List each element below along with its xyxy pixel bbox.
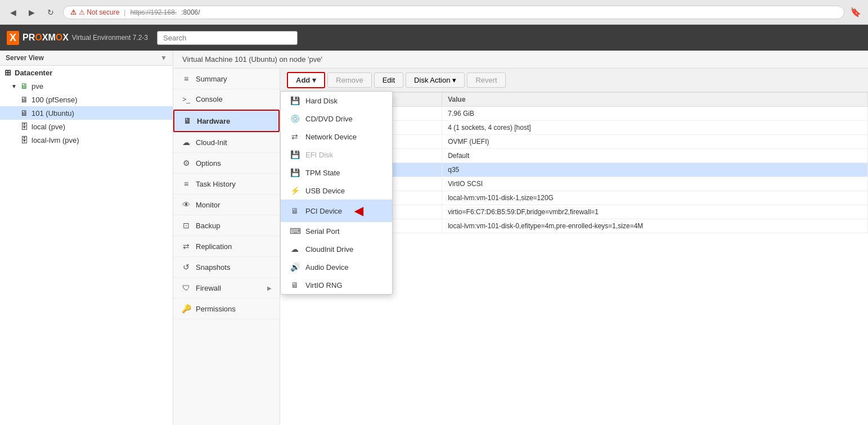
value-cell: 4 (1 sockets, 4 cores) [host] — [442, 121, 868, 135]
value-cell: VirtIO SCSI — [442, 177, 868, 191]
tab-snapshots-label: Snapshots — [196, 263, 230, 272]
back-button[interactable]: ◀ — [7, 6, 20, 19]
tab-backup[interactable]: ⊡ Backup — [173, 215, 280, 236]
firewall-icon: 🛡 — [181, 283, 191, 292]
dropdown-usb-device[interactable]: ⚡ USB Device — [281, 182, 392, 200]
tab-snapshots[interactable]: ↺ Snapshots — [173, 257, 280, 278]
value-cell: 7.96 GiB — [442, 107, 868, 121]
dropdown-efi-disk: 💾 EFI Disk — [281, 146, 392, 164]
revert-label: Revert — [475, 76, 497, 84]
tree-item-ubuntu[interactable]: 🖥 101 (Ubuntu) — [0, 106, 173, 120]
cloudinit-drive-label: CloudInit Drive — [305, 245, 353, 254]
tpm-state-label: TPM State — [305, 169, 340, 177]
col-value: Value — [442, 93, 868, 107]
pfsense-icon: 🖥 — [20, 95, 28, 104]
app-container: X PROXMOX Virtual Environment 7.2-3 Serv… — [0, 25, 868, 425]
add-dropdown-arrow: ▾ — [312, 76, 316, 84]
network-device-label: Network Device — [305, 133, 357, 141]
audio-device-label: Audio Device — [305, 263, 349, 272]
tab-console[interactable]: >_ Console — [173, 89, 280, 110]
bookmark-icon[interactable]: 🔖 — [850, 7, 861, 17]
tree-item-pfsense[interactable]: 🖥 100 (pfSense) — [0, 93, 173, 106]
local-icon: 🗄 — [20, 122, 28, 131]
tab-backup-label: Backup — [196, 221, 220, 230]
revert-button[interactable]: Revert — [467, 73, 505, 88]
address-bar: ⚠ ⚠ Not secure | https://192.168. :8006/ — [63, 6, 844, 19]
dropdown-audio-device[interactable]: 🔊 Audio Device — [281, 258, 392, 276]
cd-dvd-icon: 💿 — [290, 114, 300, 123]
sidebar-header: Server View ▼ — [0, 51, 173, 66]
add-dropdown-overlay: 💾 Hard Disk 💿 CD/DVD Drive ⇄ Network Dev — [280, 91, 393, 295]
tab-summary[interactable]: ≡ Summary — [173, 69, 280, 89]
dropdown-hard-disk[interactable]: 💾 Hard Disk — [281, 92, 392, 110]
dropdown-pci-device[interactable]: 🖥 PCI Device ◀ — [281, 200, 392, 222]
summary-icon: ≡ — [181, 74, 191, 83]
forward-button[interactable]: ▶ — [25, 6, 38, 19]
tab-firewall[interactable]: 🛡 Firewall ▶ — [173, 278, 280, 299]
disk-action-button[interactable]: Disk Action ▾ — [406, 73, 465, 88]
tab-task-history-label: Task History — [196, 180, 236, 188]
snapshots-icon: ↺ — [181, 263, 191, 272]
value-cell: q35 — [442, 163, 868, 177]
sidebar: Server View ▼ ⊞ Datacenter ▼ 🖥 pve 🖥 100… — [0, 51, 173, 425]
pci-device-icon: 🖥 — [290, 206, 300, 215]
logo-subtitle: Virtual Environment 7.2-3 — [72, 34, 148, 42]
pve-label: pve — [32, 82, 43, 91]
server-view-label: Server View — [6, 54, 44, 62]
options-icon: ⚙ — [181, 159, 191, 168]
dropdown-serial-port[interactable]: ⌨ Serial Port — [281, 222, 392, 240]
tree-item-pve[interactable]: ▼ 🖥 pve — [0, 79, 173, 93]
tab-replication[interactable]: ⇄ Replication — [173, 236, 280, 257]
dropdown-cloudinit-drive[interactable]: ☁ CloudInit Drive — [281, 240, 392, 258]
remove-button[interactable]: Remove — [327, 73, 371, 88]
tab-monitor[interactable]: 👁 Monitor — [173, 195, 280, 215]
serial-port-label: Serial Port — [305, 227, 340, 236]
panel-header: Virtual Machine 101 (Ubuntu) on node 'pv… — [173, 51, 868, 69]
tab-hardware[interactable]: 🖥 Hardware — [173, 110, 280, 132]
tab-cloud-init-label: Cloud-Init — [196, 138, 227, 147]
tree-item-local[interactable]: 🗄 local (pve) — [0, 120, 173, 133]
tab-options[interactable]: ⚙ Options — [173, 153, 280, 174]
permissions-icon: 🔑 — [181, 304, 191, 313]
firewall-submenu-arrow: ▶ — [267, 285, 272, 291]
tpm-state-icon: 💾 — [290, 168, 300, 177]
tab-task-history[interactable]: ≡ Task History — [173, 174, 280, 195]
dropdown-tpm-state[interactable]: 💾 TPM State — [281, 164, 392, 182]
value-cell: local-lvm:vm-101-disk-1,size=120G — [442, 191, 868, 205]
pve-expand-icon: ▼ — [11, 83, 17, 89]
network-device-icon: ⇄ — [290, 132, 300, 141]
panel-title: Virtual Machine 101 (Ubuntu) on node 'pv… — [182, 55, 322, 64]
tree-item-datacenter[interactable]: ⊞ Datacenter — [0, 66, 173, 79]
dropdown-virtio-rng[interactable]: 🖥 VirtIO RNG — [281, 276, 392, 294]
edit-button[interactable]: Edit — [374, 73, 403, 88]
ubuntu-icon: 🖥 — [20, 108, 28, 117]
usb-device-label: USB Device — [305, 187, 345, 195]
tab-firewall-label: Firewall — [196, 284, 221, 292]
edit-label: Edit — [383, 76, 395, 84]
search-input[interactable] — [157, 31, 298, 45]
cloud-init-icon: ☁ — [181, 138, 191, 147]
red-arrow-icon: ◀ — [354, 204, 363, 218]
reload-button[interactable]: ↻ — [44, 6, 57, 19]
task-history-icon: ≡ — [181, 179, 191, 188]
dropdown-network-device[interactable]: ⇄ Network Device — [281, 128, 392, 146]
hard-disk-label: Hard Disk — [305, 97, 338, 105]
add-button[interactable]: Add ▾ — [287, 72, 325, 88]
dropdown-cd-dvd[interactable]: 💿 CD/DVD Drive — [281, 110, 392, 128]
sidebar-dropdown-arrow[interactable]: ▼ — [160, 54, 167, 62]
tab-permissions[interactable]: 🔑 Permissions — [173, 299, 280, 319]
tree-item-local-lvm[interactable]: 🗄 local-lvm (pve) — [0, 133, 173, 147]
ubuntu-label: 101 (Ubuntu) — [32, 109, 74, 117]
tab-cloud-init[interactable]: ☁ Cloud-Init — [173, 132, 280, 153]
virtio-rng-icon: 🖥 — [290, 281, 300, 290]
tab-permissions-label: Permissions — [196, 305, 236, 313]
tab-console-label: Console — [196, 95, 223, 103]
separator: | — [124, 8, 125, 16]
hardware-icon: 🖥 — [182, 116, 192, 125]
content-area: Add ▾ Remove Edit Disk Action ▾ — [280, 69, 868, 425]
backup-icon: ⊡ — [181, 221, 191, 230]
serial-port-icon: ⌨ — [290, 227, 300, 236]
pfsense-label: 100 (pfSense) — [32, 96, 78, 104]
hard-disk-icon: 💾 — [290, 96, 300, 105]
add-dropdown-menu: 💾 Hard Disk 💿 CD/DVD Drive ⇄ Network Dev — [280, 91, 393, 295]
